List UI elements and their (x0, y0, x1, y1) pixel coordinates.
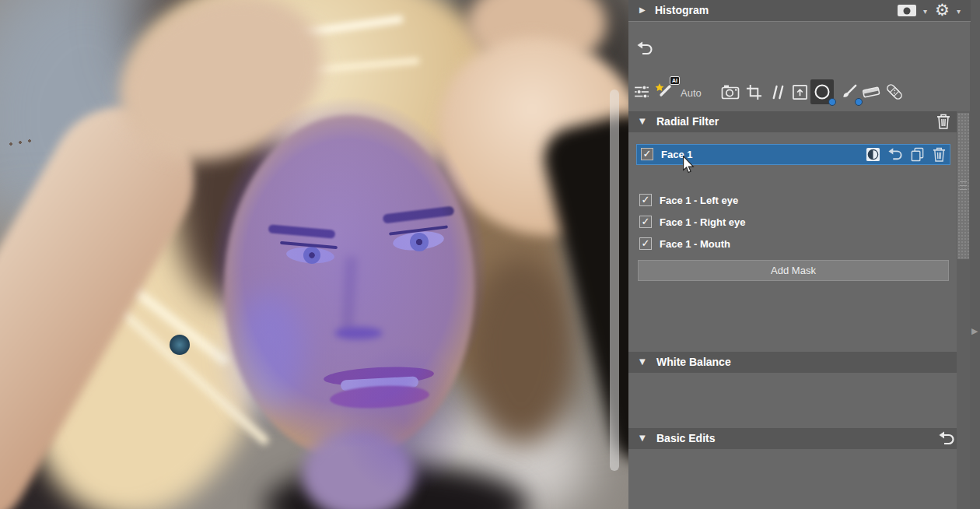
settings-gear-icon[interactable]: ⚙ (935, 2, 950, 19)
histogram-title: Histogram (655, 4, 709, 16)
face-1-checkbox[interactable]: ✓ (641, 148, 653, 160)
reset-mask-button[interactable] (887, 147, 903, 161)
settings-chevron-icon[interactable]: ▾ (957, 7, 961, 16)
mask-row-left-eye[interactable]: ✓ Face 1 - Left eye (628, 193, 955, 212)
radial-filter-section-header[interactable]: ▼ Radial Filter (628, 111, 964, 132)
mask-row-right-eye[interactable]: ✓ Face 1 - Right eye (628, 215, 955, 233)
tune-sliders-icon (634, 84, 649, 100)
healing-tool[interactable] (883, 79, 906, 104)
photo-editor-window: ▶ ▶ Histogram ▾ ⚙ ▾ ▾ ▾ (0, 0, 980, 509)
mouth-label: Face 1 - Mouth (660, 238, 730, 250)
straighten-lines-icon (769, 84, 786, 100)
undo-button[interactable] (636, 40, 653, 56)
radial-filter-overlay (0, 0, 628, 509)
mouse-cursor (682, 156, 695, 174)
perspective-tool[interactable] (788, 79, 811, 104)
radial-tool-active-badge (828, 98, 836, 106)
right-eye-label: Face 1 - Right eye (660, 216, 746, 228)
copy-icon (910, 147, 925, 162)
gradient-filter-tool[interactable] (859, 79, 883, 104)
photo-vertical-scrollbar[interactable] (610, 90, 619, 471)
develop-tool[interactable] (719, 79, 742, 104)
editing-panel: ▶ ▶ Histogram ▾ ⚙ ▾ ▾ ▾ (628, 0, 980, 509)
brush-icon (840, 83, 858, 101)
bandaid-icon (884, 82, 905, 102)
overlay-mode-chevron-icon[interactable]: ▾ (923, 7, 927, 16)
scrollbar-grip-line (960, 181, 967, 182)
basic-edits-section-header[interactable]: ▼ Basic Edits (628, 428, 964, 449)
ai-badge: AI (670, 76, 680, 85)
mouth-checkbox[interactable]: ✓ (639, 237, 652, 250)
right-eye-checkbox[interactable]: ✓ (639, 216, 652, 228)
radial-filter-title: Radial Filter (656, 115, 719, 128)
invert-mask-icon (866, 147, 880, 162)
reset-undo-icon (938, 430, 955, 446)
scrollbar-grip-line (960, 185, 967, 186)
crop-tool[interactable] (742, 79, 765, 104)
mask-row-mouth[interactable]: ✓ Face 1 - Mouth (628, 237, 955, 255)
radial-circle-icon (813, 82, 831, 101)
panel-edge-strip (970, 0, 980, 509)
panel-collapse-arrow-icon[interactable]: ▶ (971, 326, 978, 336)
left-eye-checkbox[interactable]: ✓ (639, 194, 652, 206)
ai-auto-enhance-tool[interactable]: AI (653, 79, 676, 104)
trash-icon (933, 147, 946, 162)
auto-label[interactable]: Auto (681, 87, 702, 99)
quick-edits-tool[interactable] (630, 79, 653, 104)
crop-icon (746, 84, 762, 100)
histogram-header: ▶ Histogram ▾ ⚙ ▾ (628, 0, 971, 22)
delete-mask-button[interactable] (933, 147, 946, 162)
straighten-tool[interactable] (765, 79, 789, 104)
basic-edits-collapse-icon[interactable]: ▼ (639, 434, 646, 442)
overlay-mode-button[interactable] (898, 5, 916, 16)
left-eye-label: Face 1 - Left eye (660, 195, 738, 206)
invert-mask-button[interactable] (866, 147, 880, 162)
radial-filter-collapse-icon[interactable]: ▼ (639, 118, 646, 125)
scrollbar-grip-line (960, 189, 967, 190)
radial-filter-tool[interactable] (810, 79, 834, 104)
mask-overlay-icon (898, 5, 916, 16)
panel-scrollbar-track[interactable] (957, 111, 970, 509)
undo-icon (636, 40, 653, 56)
delete-filter-button[interactable] (936, 114, 950, 129)
frame-up-arrow-icon (792, 84, 808, 100)
histogram-expand-icon[interactable]: ▶ (639, 6, 646, 14)
white-balance-collapse-icon[interactable]: ▼ (639, 358, 646, 366)
basic-edits-title: Basic Edits (656, 432, 715, 444)
duplicate-mask-button[interactable] (910, 147, 925, 162)
white-balance-title: White Balance (656, 356, 731, 368)
camera-icon (721, 84, 740, 100)
panel-scrollbar-thumb[interactable] (957, 113, 969, 259)
reset-undo-icon (887, 147, 903, 161)
add-mask-button[interactable]: Add Mask (638, 260, 949, 281)
white-balance-section-header[interactable]: ▼ White Balance (628, 352, 964, 373)
photo-canvas[interactable] (0, 0, 628, 509)
trash-icon (936, 114, 950, 129)
filter-brush-tool[interactable] (837, 79, 860, 104)
gradient-filter-icon (861, 84, 881, 100)
basic-edits-reset-button[interactable] (938, 430, 955, 446)
